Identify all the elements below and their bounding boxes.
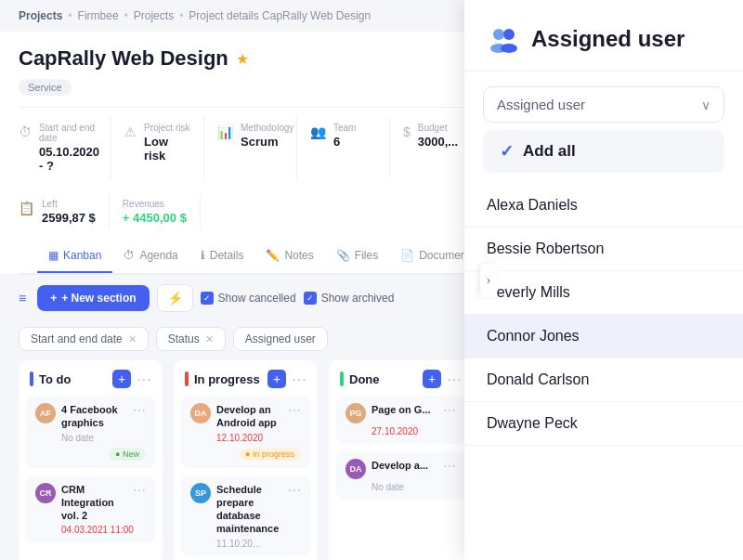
kanban-col-inprogress: In progress + ⋯ DA Develop an Android ap… [174,360,318,560]
tab-notes[interactable]: ✏️ Notes [254,240,324,273]
done-title: Done [349,372,417,386]
panel-title: Assigned user [531,26,684,52]
todo-more-icon[interactable]: ⋯ [137,371,151,388]
card-more-icon[interactable]: ⋯ [133,483,146,498]
clock-icon: ⏱ [19,124,32,139]
filter-chips: Start and end date ✕ Status ✕ Assigned u… [0,321,483,360]
budget-icon: $ [403,124,411,139]
breadcrumb-project-detail: Project details CapRally Web Design [189,9,371,22]
done-dot [340,371,344,386]
card-more-icon[interactable]: ⋯ [133,403,146,418]
remove-status-filter-icon[interactable]: ✕ [205,333,214,345]
filter-chip-date[interactable]: Start and end date ✕ [19,327,149,351]
status-badge: ● New [109,448,146,461]
card-more-icon[interactable]: ⋯ [288,403,301,418]
svg-point-0 [493,29,504,40]
show-cancelled-toggle[interactable]: ✓ Show cancelled [201,292,296,305]
checkmark-icon: ✓ [500,141,514,162]
stat-start-end-date: ⏱ Start and end date 05.10.2020 - ? [19,117,111,178]
card-more-icon[interactable]: ⋯ [443,403,456,418]
star-icon[interactable]: ★ [236,50,249,68]
stat-left: 📋 Left 2599,87 $ [19,195,110,228]
user-list-item-dwayne[interactable]: Dwayne Peck [464,402,743,446]
tab-files[interactable]: 📎 Files [325,240,389,273]
user-list-item-alexa[interactable]: Alexa Daniels [464,184,743,228]
user-list: Alexa Daniels Bessie Robertson Beverly M… [464,184,743,446]
kanban-col-done: Done + ⋯ PG Page on G... ⋯ 27.10.2020 DA… [329,360,473,560]
assigned-user-dropdown[interactable]: Assigned user ∨ [483,86,724,123]
service-badge: Service [19,79,72,96]
view-icon: ≡ [19,291,26,306]
panel-toggle-arrow[interactable]: › [480,264,497,297]
card-more-icon[interactable]: ⋯ [443,459,456,474]
filter-chip-status[interactable]: Status ✕ [156,327,226,351]
notes-icon: ✏️ [266,249,280,262]
toolbar: ≡ + + New section ⚡ ✓ Show cancelled ✓ S… [0,275,483,321]
breadcrumb-root[interactable]: Projects [19,9,62,22]
cancelled-checkbox: ✓ [201,292,214,305]
panel-header: Assigned user [464,0,743,72]
tabs-bar: ▦ Kanban ⏱ Agenda ℹ Details ✏️ Notes 📎 F… [19,240,464,274]
stats-row-2: 📋 Left 2599,87 $ Revenues + 4450,00 $ [19,188,464,240]
remove-date-filter-icon[interactable]: ✕ [128,333,137,345]
filter-button[interactable]: ⚡ [157,284,193,312]
card-facebook-graphics: AF 4 Facebook graphics ⋯ No date ● New [26,396,155,468]
avatar: SP [190,483,211,503]
assigned-user-panel: Assigned user Assigned user ∨ ✓ Add all … [464,0,743,560]
svg-point-3 [501,44,517,53]
users-icon [487,22,520,56]
risk-icon: ⚠ [124,124,137,139]
avatar: PG [345,403,366,423]
tab-kanban[interactable]: ▦ Kanban [37,240,112,273]
card-android-app: DA Develop an Android app ⋯ 12.10.2020 ●… [181,396,310,468]
tab-documents[interactable]: 📄 Documents [389,240,464,273]
user-list-item-beverly[interactable]: Beverly Mills [464,271,743,315]
stat-team: 👥 Team 6 [297,117,390,178]
add-all-button[interactable]: ✓ Add all [483,130,724,173]
agenda-icon: ⏱ [124,249,135,262]
avatar: DA [190,403,211,423]
filter-chip-assigned-user[interactable]: Assigned user [233,327,328,351]
user-list-item-bessie[interactable]: Bessie Robertson [464,228,743,271]
tab-agenda[interactable]: ⏱ Agenda [112,240,189,273]
show-archived-toggle[interactable]: ✓ Show archived [304,292,395,305]
add-all-label: Add all [523,142,576,161]
stat-project-risk: ⚠ Project risk Low risk [111,117,204,178]
done-more-icon[interactable]: ⋯ [447,371,462,388]
avatar: CR [35,483,56,503]
status-badge: ● In progress [239,448,301,461]
done-add-button[interactable]: + [423,370,441,388]
documents-icon: 📄 [400,249,414,262]
svg-point-1 [503,29,515,40]
inprogress-title: In progress [194,372,262,386]
card-more-icon[interactable]: ⋯ [288,483,301,498]
stat-revenues: Revenues + 4450,00 $ [110,195,201,228]
card-page-on-g: PG Page on G... ⋯ 27.10.2020 [336,396,465,444]
archived-checkbox: ✓ [304,292,317,305]
card-schedule-db: SP Schedule prepare database maintenance… [181,475,310,556]
main-content: Projects • Firmbee • Projects • Project … [0,0,483,560]
tab-details[interactable]: ℹ Details [189,240,255,273]
stats-row-1: ⏱ Start and end date 05.10.2020 - ? ⚠ Pr… [19,107,464,188]
breadcrumb: Projects • Firmbee • Projects • Project … [0,0,483,32]
kanban-col-todo: To do + ⋯ AF 4 Facebook graphics ⋯ No da… [19,360,163,560]
details-icon: ℹ [201,249,205,262]
user-list-item-connor[interactable]: Connor Jones [464,315,743,358]
breadcrumb-projects[interactable]: Projects [134,9,174,22]
breadcrumb-firmbee[interactable]: Firmbee [78,9,119,22]
card-crm-integration: CR CRM Integration vol. 2 ⋯ 04.03.2021 1… [26,475,155,543]
inprogress-more-icon[interactable]: ⋯ [292,371,306,388]
inprogress-dot [185,371,189,386]
todo-dot [30,371,33,386]
left-icon: 📋 [19,201,34,215]
project-title: CapRally Web Design [19,46,228,71]
chevron-down-icon: ∨ [701,98,710,112]
inprogress-add-button[interactable]: + [267,370,286,388]
new-section-button[interactable]: + + New section [37,285,149,311]
kanban-icon: ▦ [48,249,59,262]
todo-add-button[interactable]: + [112,370,131,388]
user-list-item-donald[interactable]: Donald Carlson [464,358,743,402]
team-icon: 👥 [310,124,326,139]
method-icon: 📊 [217,124,233,139]
plus-icon: + [50,292,57,305]
